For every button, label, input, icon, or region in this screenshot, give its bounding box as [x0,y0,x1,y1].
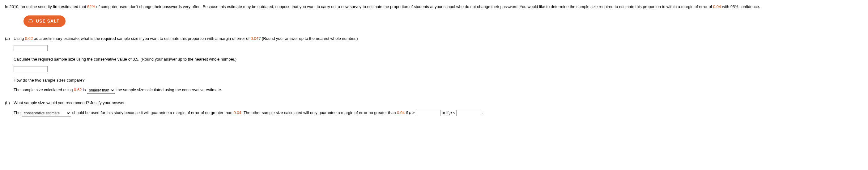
b-sent-mid3: if [405,110,409,115]
intro-pct: 62% [87,4,95,9]
part-a-q3: How do the two sample sizes compare? [13,77,863,83]
part-b-label: (b) [5,100,13,106]
b-moe1: 0.04 [234,110,241,115]
part-b-q1: What sample size would you recommend? Ju… [13,100,863,106]
intro-text-2: of computer users don't change their pas… [95,4,713,9]
part-a-q1: Using 0.62 as a preliminary estimate, wh… [13,36,863,42]
q1-post: ? (Round your answer up to the nearest w… [258,36,358,41]
part-a-q2: Calculate the required sample size using… [13,56,863,62]
problem-intro: In 2010, an online security firm estimat… [5,4,863,10]
part-a: (a) Using 0.62 as a preliminary estimate… [5,36,863,98]
sent-val: 0.62 [74,88,82,92]
q1-mid: as a preliminary estimate, what is the r… [33,36,250,41]
part-a-compare-select[interactable]: smaller than larger than equal to [87,87,115,94]
intro-moe: 0.04 [713,4,721,9]
intro-text-1: In 2010, an online security firm estimat… [5,4,87,9]
part-b-p-upper-input[interactable] [416,110,440,116]
intro-text-3: with 95% confidence. [721,4,760,9]
part-a-label: (a) [5,36,13,42]
salt-label: USE SALT [36,19,59,24]
gt-sign: > [411,110,416,115]
part-a-answer1-input[interactable] [13,45,48,51]
lt-sign: < [452,110,456,115]
b-sent-mid2: . The other sample size calculated will … [241,110,397,115]
period: . [481,110,483,115]
part-b-estimate-select[interactable]: conservative estimate preliminary estima… [22,110,71,116]
q1-pre: Using [13,36,25,41]
salt-icon [28,18,36,25]
b-sent-mid1: should be used for this study because it… [71,110,234,115]
q1-moe: 0.04 [251,36,258,41]
q1-val: 0.62 [25,36,33,41]
sent-mid: is [82,88,87,92]
sent-pre: The sample size calculated using [13,88,74,92]
part-b: (b) What sample size would you recommend… [5,100,863,121]
sent-post: the sample size calculated using the con… [115,88,222,92]
part-a-sentence: The sample size calculated using 0.62 is… [13,87,863,94]
part-b-p-lower-input[interactable] [456,110,481,116]
or-text: or if [440,110,450,115]
part-b-sentence: The conservative estimate preliminary es… [13,110,863,116]
use-salt-button[interactable]: USE SALT [24,15,65,27]
b-sent-pre: The [13,110,22,115]
part-a-answer2-input[interactable] [13,66,48,72]
b-moe2: 0.04 [397,110,405,115]
